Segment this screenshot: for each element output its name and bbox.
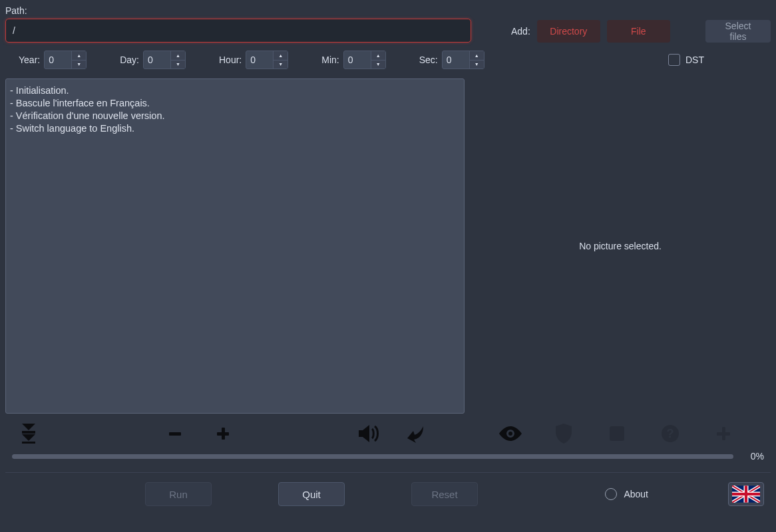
min-label: Min: — [321, 55, 339, 65]
log-panel[interactable]: - Initialisation. - Bascule l'interface … — [5, 78, 465, 414]
add-icon[interactable] — [707, 422, 740, 446]
help-icon[interactable]: ? — [654, 422, 687, 446]
reset-button[interactable]: Reset — [411, 482, 478, 506]
year-input[interactable] — [45, 51, 71, 68]
sec-input[interactable] — [443, 51, 469, 68]
log-line: - Switch language to English. — [10, 122, 460, 135]
undo-icon[interactable] — [401, 422, 434, 446]
hour-input[interactable] — [246, 51, 273, 68]
svg-rect-6 — [610, 426, 624, 441]
preview-empty-text: No picture selected. — [579, 241, 662, 251]
sec-up[interactable]: ▲ — [470, 51, 484, 61]
add-label: Add: — [511, 26, 530, 37]
hour-down[interactable]: ▼ — [274, 61, 288, 69]
hour-stepper[interactable]: ▲▼ — [246, 51, 288, 69]
about-radio[interactable] — [605, 488, 617, 500]
add-file-button[interactable]: File — [607, 20, 670, 43]
day-label: Day: — [120, 55, 139, 65]
dst-checkbox[interactable] — [668, 54, 680, 66]
day-down[interactable]: ▼ — [171, 61, 185, 69]
progress-bar — [12, 454, 733, 459]
run-button[interactable]: Run — [145, 482, 212, 506]
svg-rect-1 — [22, 442, 35, 444]
min-down[interactable]: ▼ — [371, 61, 385, 69]
min-input[interactable] — [344, 51, 371, 68]
quit-button[interactable]: Quit — [278, 482, 345, 506]
shield-icon[interactable] — [547, 422, 580, 446]
year-down[interactable]: ▼ — [72, 61, 86, 69]
about-label: About — [624, 489, 648, 499]
log-line: - Bascule l'interface en Français. — [10, 97, 460, 110]
stop-icon[interactable] — [600, 422, 634, 446]
plus-icon[interactable] — [206, 422, 240, 446]
day-input[interactable] — [144, 51, 170, 68]
svg-rect-2 — [169, 432, 181, 436]
svg-point-5 — [508, 432, 512, 436]
day-stepper[interactable]: ▲▼ — [143, 51, 186, 69]
min-stepper[interactable]: ▲▼ — [343, 51, 386, 69]
download-stack-icon[interactable] — [12, 422, 45, 446]
progress-percent: 0% — [740, 451, 764, 462]
add-directory-button[interactable]: Directory — [537, 20, 600, 43]
log-line: - Initialisation. — [10, 84, 460, 97]
divider — [5, 472, 771, 473]
svg-rect-4 — [222, 428, 225, 440]
day-up[interactable]: ▲ — [171, 51, 185, 61]
preview-panel: No picture selected. — [470, 78, 771, 414]
svg-rect-10 — [722, 427, 725, 440]
hour-label: Hour: — [219, 55, 242, 65]
language-flag-button[interactable] — [728, 482, 764, 506]
minus-icon[interactable] — [158, 422, 192, 446]
svg-text:?: ? — [667, 427, 674, 440]
path-label: Path: — [5, 5, 471, 16]
select-files-button[interactable]: Select files — [705, 20, 771, 43]
svg-rect-0 — [22, 431, 35, 434]
year-stepper[interactable]: ▲ ▼ — [44, 51, 87, 69]
year-label: Year: — [19, 55, 40, 65]
hour-up[interactable]: ▲ — [274, 51, 288, 61]
eye-icon[interactable] — [494, 422, 527, 446]
year-up[interactable]: ▲ — [72, 51, 86, 61]
volume-icon[interactable] — [353, 422, 386, 446]
sec-down[interactable]: ▼ — [470, 61, 484, 69]
uk-flag-icon — [732, 485, 760, 503]
dst-label: DST — [685, 55, 704, 65]
sec-stepper[interactable]: ▲▼ — [442, 51, 485, 69]
path-input[interactable] — [5, 19, 471, 43]
log-line: - Vérification d'une nouvelle version. — [10, 110, 460, 122]
sec-label: Sec: — [419, 55, 438, 65]
svg-rect-15 — [732, 493, 760, 495]
min-up[interactable]: ▲ — [371, 51, 385, 61]
